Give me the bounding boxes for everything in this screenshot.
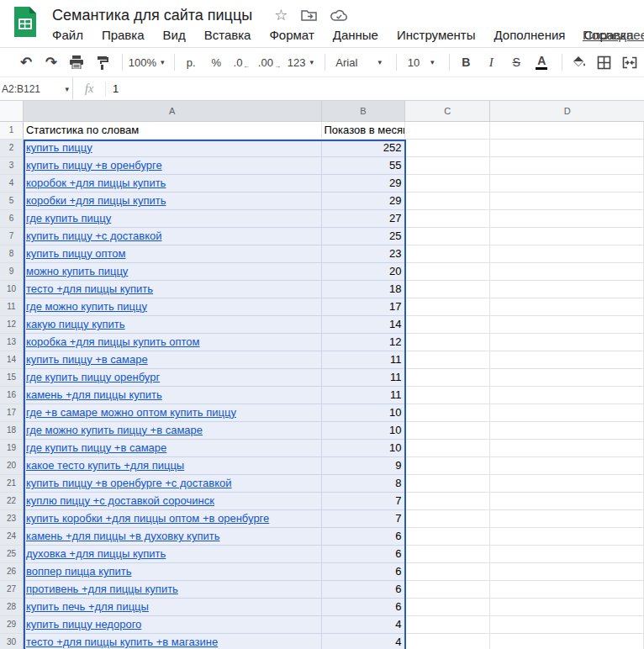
row-number[interactable]: 17 (0, 404, 24, 422)
empty-cell[interactable] (490, 422, 644, 440)
impressions-cell[interactable]: 9 (322, 457, 406, 475)
empty-cell[interactable] (490, 157, 644, 175)
impressions-cell[interactable]: 12 (322, 334, 406, 351)
empty-cell[interactable] (405, 493, 490, 510)
empty-cell[interactable] (405, 599, 490, 616)
keyword-cell[interactable]: тесто +для пиццы купить (24, 281, 322, 298)
number-format-menu[interactable]: 123▾ (286, 51, 315, 73)
row-number[interactable]: 20 (0, 457, 24, 475)
keyword-cell[interactable]: куплю пиццу +с доставкой сорочинск (24, 493, 322, 510)
impressions-cell[interactable]: 7 (322, 510, 406, 528)
keyword-link[interactable]: коробок +для пиццы купить (26, 177, 166, 189)
row-number[interactable]: 2 (0, 140, 24, 157)
column-header-b[interactable]: B (322, 101, 406, 122)
undo-button[interactable]: ↶ (15, 51, 37, 73)
star-icon[interactable]: ☆ (274, 6, 288, 24)
empty-cell[interactable] (490, 245, 644, 263)
empty-cell[interactable] (490, 475, 644, 493)
empty-cell[interactable] (405, 422, 490, 440)
keyword-cell[interactable]: коробка +для пиццы купить оптом (24, 334, 322, 351)
keyword-link[interactable]: какое тесто купить +для пиццы (26, 459, 184, 472)
keyword-cell[interactable]: купить пиццу (24, 140, 322, 157)
row-number[interactable]: 5 (0, 193, 24, 210)
row-number[interactable]: 11 (0, 298, 24, 316)
impressions-header-cell[interactable]: Показов в месяц (322, 122, 406, 140)
column-header-d[interactable]: D (490, 101, 644, 122)
keyword-link[interactable]: где можно купить пиццу +в самаре (26, 424, 203, 436)
impressions-cell[interactable]: 11 (322, 387, 406, 404)
impressions-cell[interactable]: 11 (322, 351, 406, 369)
impressions-cell[interactable]: 14 (322, 316, 406, 334)
empty-cell[interactable] (405, 210, 490, 228)
keyword-cell[interactable]: противень +для пиццы купить (24, 581, 322, 599)
keyword-link[interactable]: какую пиццу купить (26, 318, 125, 330)
keyword-link[interactable]: коробки +для пиццы купить (26, 194, 166, 207)
empty-cell[interactable] (405, 245, 490, 263)
keyword-link[interactable]: коробка +для пиццы купить оптом (26, 335, 200, 348)
empty-cell[interactable] (405, 581, 490, 599)
row-number[interactable]: 3 (0, 157, 24, 175)
empty-cell[interactable] (490, 510, 644, 528)
empty-cell[interactable] (490, 228, 644, 245)
impressions-cell[interactable]: 7 (322, 493, 406, 510)
impressions-cell[interactable]: 55 (322, 157, 406, 175)
keyword-link[interactable]: где можно купить пиццу (26, 300, 147, 313)
row-number[interactable]: 7 (0, 228, 24, 245)
menu-item-4[interactable]: Формат (269, 26, 323, 44)
empty-cell[interactable] (490, 193, 644, 210)
row-number[interactable]: 8 (0, 245, 24, 263)
impressions-cell[interactable]: 23 (322, 245, 406, 263)
empty-cell[interactable] (405, 122, 490, 140)
keyword-link[interactable]: купить пиццу +в оренбурге (26, 159, 162, 171)
text-color-button[interactable]: A (531, 51, 552, 73)
impressions-cell[interactable]: 6 (322, 563, 406, 581)
keyword-cell[interactable]: где можно купить пиццу (24, 298, 322, 316)
empty-cell[interactable] (490, 528, 644, 546)
empty-cell[interactable] (490, 563, 644, 581)
empty-cell[interactable] (490, 263, 644, 281)
row-number[interactable]: 28 (0, 599, 24, 616)
empty-cell[interactable] (405, 387, 490, 404)
paint-format-button[interactable] (91, 51, 113, 73)
keyword-link[interactable]: купить печь +для пиццы (26, 600, 149, 613)
empty-cell[interactable] (490, 210, 644, 228)
keyword-cell[interactable]: камень +для пиццы +в духовку купить (24, 528, 322, 546)
empty-cell[interactable] (490, 122, 644, 140)
keyword-cell[interactable]: купить пиццу +в оренбурге (24, 157, 322, 175)
row-number[interactable]: 24 (0, 528, 24, 546)
impressions-cell[interactable]: 11 (322, 369, 406, 387)
impressions-cell[interactable]: 6 (322, 581, 406, 599)
impressions-cell[interactable]: 29 (322, 193, 406, 210)
formula-input[interactable]: 1 (106, 82, 119, 95)
impressions-cell[interactable]: 10 (322, 404, 406, 422)
empty-cell[interactable] (490, 175, 644, 193)
keyword-cell[interactable]: духовка +для пиццы купить (24, 546, 322, 563)
keyword-cell[interactable]: какую пиццу купить (24, 316, 322, 334)
row-number[interactable]: 22 (0, 493, 24, 510)
row-number[interactable]: 13 (0, 334, 24, 351)
empty-cell[interactable] (490, 599, 644, 616)
merge-cells-button[interactable] (619, 51, 641, 73)
row-number[interactable]: 14 (0, 351, 24, 369)
keyword-cell[interactable]: купить пиццу +с доставкой (24, 228, 322, 245)
keyword-cell[interactable]: купить пиццу +в оренбурге +с доставкой (24, 475, 322, 493)
keyword-cell[interactable]: тесто +для пиццы купить +в магазине (24, 634, 322, 649)
name-box[interactable]: A2:B121 ▾ (0, 83, 72, 95)
keyword-cell[interactable]: коробки +для пиццы купить (24, 193, 322, 210)
impressions-cell[interactable]: 10 (322, 422, 406, 440)
print-button[interactable] (66, 51, 87, 73)
impressions-cell[interactable]: 252 (322, 140, 406, 157)
keyword-link[interactable]: купить пиццу оптом (26, 247, 126, 260)
keyword-link[interactable]: куплю пиццу +с доставкой сорочинск (26, 494, 214, 507)
column-header-a[interactable]: A (24, 101, 322, 122)
column-header-c[interactable]: C (405, 101, 490, 122)
bold-button[interactable]: B (455, 51, 477, 73)
empty-cell[interactable] (405, 316, 490, 334)
empty-cell[interactable] (490, 334, 644, 351)
font-size-select[interactable]: 10▾ (403, 51, 440, 73)
impressions-cell[interactable]: 29 (322, 175, 406, 193)
move-folder-icon[interactable] (301, 8, 317, 22)
keyword-cell[interactable]: купить коробки +для пиццы оптом +в оренб… (24, 510, 322, 528)
empty-cell[interactable] (405, 563, 490, 581)
row-number[interactable]: 25 (0, 546, 24, 563)
